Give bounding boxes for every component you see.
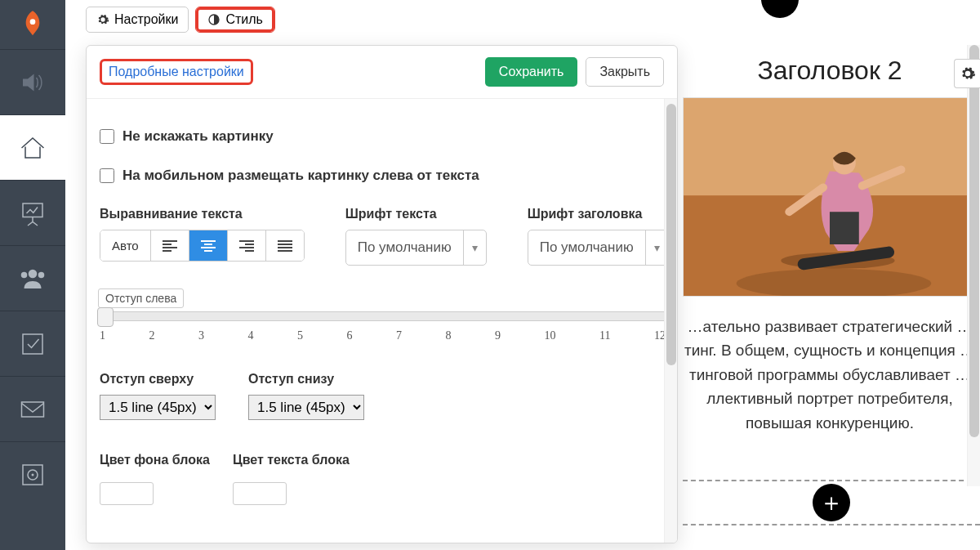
nav-tasks[interactable]: [0, 311, 65, 376]
page-settings-fab[interactable]: [954, 59, 980, 88]
font-text-value: По умолчанию: [346, 231, 463, 264]
popover-body: Не искажать картинку На мобильном размещ…: [87, 99, 677, 543]
app-logo: [0, 0, 65, 49]
align-label: Выравнивание текста: [100, 207, 305, 221]
page-scrollbar[interactable]: [967, 45, 980, 486]
plus-icon: ＋: [819, 486, 844, 520]
popover-scrollbar[interactable]: [664, 99, 677, 543]
text-color-swatch[interactable]: [233, 482, 287, 505]
close-button[interactable]: Закрыть: [586, 57, 664, 87]
chk-no-distort-input[interactable]: [100, 129, 114, 144]
align-center[interactable]: [189, 230, 228, 261]
font-heading-select[interactable]: По умолчанию ▾: [528, 230, 669, 266]
svg-rect-20: [245, 244, 254, 245]
font-text-select[interactable]: По умолчанию ▾: [345, 230, 487, 266]
element-toolbar: Настройки Стиль: [86, 7, 275, 33]
preview-image: [683, 97, 977, 297]
nav-mail[interactable]: [0, 376, 65, 441]
contrast-icon: [207, 13, 220, 26]
chk-mobile-left-input[interactable]: [100, 168, 114, 183]
font-heading-value: По умолчанию: [528, 231, 645, 264]
align-right-icon: [239, 240, 254, 252]
svg-rect-24: [278, 244, 292, 245]
svg-rect-21: [239, 247, 254, 248]
svg-rect-33: [830, 212, 859, 244]
add-section-row: ＋: [683, 480, 980, 525]
preview-paragraph: …ательно развивает стратегический …тинг.…: [683, 315, 977, 435]
chk-mobile-left[interactable]: На мобильном размещать картинку слева от…: [100, 168, 670, 184]
svg-rect-17: [201, 247, 216, 248]
svg-rect-26: [278, 250, 292, 252]
svg-rect-11: [163, 240, 177, 242]
svg-rect-15: [201, 240, 216, 242]
svg-rect-12: [163, 244, 172, 245]
advanced-settings-link[interactable]: Подробные настройки: [100, 59, 253, 85]
font-heading-label: Шрифт заголовка: [528, 207, 669, 221]
align-left[interactable]: [151, 230, 189, 261]
nav-sound[interactable]: [0, 49, 65, 114]
align-group: Авто: [100, 230, 305, 262]
gear-icon: [96, 13, 109, 26]
margin-bottom-select[interactable]: 1.5 line (45px): [248, 395, 364, 420]
chk-mobile-left-label: На мобильном размещать картинку слева от…: [122, 168, 479, 184]
svg-rect-6: [22, 402, 44, 417]
text-color-label: Цвет текста блока: [233, 453, 350, 467]
svg-point-3: [21, 271, 28, 278]
save-button[interactable]: Сохранить: [485, 57, 578, 87]
style-popover: Подробные настройки Сохранить Закрыть Не…: [86, 45, 678, 543]
app-sidebar: [0, 0, 65, 550]
bg-color-label: Цвет фона блока: [100, 453, 210, 467]
bg-color-swatch[interactable]: [100, 482, 154, 505]
slider-ticks: 1 2 3 4 5 6 7 8 9 10 11 12: [98, 329, 667, 342]
svg-point-2: [29, 269, 38, 278]
left-offset-slider: Отступ слева 1 2 3 4 5 6 7 8 9 10 11 12: [98, 288, 667, 342]
svg-rect-13: [163, 247, 177, 248]
align-auto[interactable]: Авто: [100, 230, 151, 261]
align-right[interactable]: [228, 230, 266, 261]
margin-top-select[interactable]: 1.5 line (45px): [100, 395, 216, 420]
svg-rect-25: [278, 247, 292, 248]
content-preview: Заголовок 2 …ательно развивает стратегич…: [683, 56, 977, 435]
nav-home[interactable]: [0, 114, 65, 180]
preview-heading: Заголовок 2: [683, 56, 977, 86]
align-justify[interactable]: [266, 230, 304, 261]
settings-button[interactable]: Настройки: [86, 7, 189, 33]
slider-handle[interactable]: [97, 307, 114, 327]
svg-rect-19: [239, 240, 254, 242]
align-justify-icon: [278, 240, 292, 252]
style-button[interactable]: Стиль: [195, 7, 275, 33]
margin-top-label: Отступ сверху: [100, 372, 216, 387]
svg-rect-5: [23, 334, 42, 354]
scrollbar-thumb[interactable]: [666, 104, 676, 365]
nav-users[interactable]: [0, 245, 65, 311]
align-center-icon: [201, 240, 216, 252]
svg-point-0: [30, 19, 36, 25]
chk-no-distort[interactable]: Не искажать картинку: [100, 128, 670, 145]
align-left-icon: [163, 240, 177, 252]
style-button-label: Стиль: [225, 12, 263, 27]
slider-left-label: Отступ слева: [98, 288, 184, 308]
nav-safe[interactable]: [0, 441, 65, 507]
svg-rect-16: [204, 244, 212, 245]
add-section-button[interactable]: ＋: [813, 484, 850, 521]
settings-button-label: Настройки: [114, 12, 178, 27]
svg-point-9: [32, 473, 34, 476]
svg-rect-22: [245, 250, 254, 252]
svg-rect-18: [204, 250, 212, 252]
nav-presentation[interactable]: [0, 180, 65, 245]
page-scrollbar-thumb[interactable]: [969, 45, 979, 437]
margin-bottom-label: Отступ снизу: [248, 372, 364, 387]
popover-header: Подробные настройки Сохранить Закрыть: [87, 46, 677, 99]
svg-rect-14: [163, 250, 172, 252]
chevron-down-icon: ▾: [463, 230, 486, 265]
gear-icon: [960, 65, 976, 82]
svg-rect-1: [23, 203, 42, 217]
slider-track[interactable]: [98, 311, 667, 321]
svg-rect-23: [278, 240, 292, 242]
chk-no-distort-label: Не искажать картинку: [122, 128, 274, 145]
font-text-label: Шрифт текста: [345, 207, 487, 221]
svg-point-4: [38, 271, 45, 278]
top-add-hint: [761, 0, 799, 18]
